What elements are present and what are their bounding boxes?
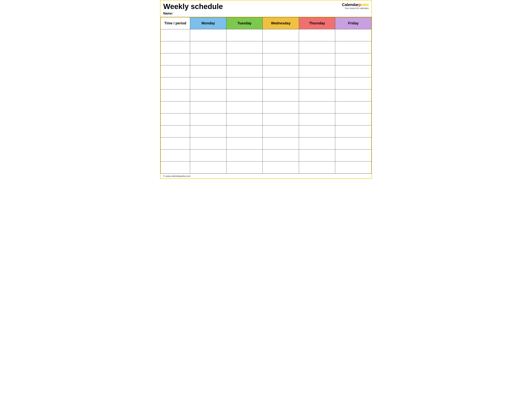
schedule-cell[interactable]: [335, 149, 372, 162]
schedule-cell[interactable]: [299, 162, 335, 174]
schedule-table: Time / period Monday Tuesday Wednesday T…: [160, 17, 372, 174]
table-wrapper: Time / period Monday Tuesday Wednesday T…: [160, 17, 372, 174]
schedule-cell[interactable]: [299, 137, 335, 149]
name-label: Name:: [163, 12, 369, 15]
schedule-cell[interactable]: [226, 78, 263, 89]
schedule-cell[interactable]: [226, 137, 263, 149]
schedule-cell[interactable]: [263, 41, 299, 53]
table-row: [161, 65, 372, 78]
time-cell[interactable]: [161, 53, 190, 65]
schedule-cell[interactable]: [263, 65, 299, 78]
schedule-cell[interactable]: [335, 53, 372, 65]
schedule-cell[interactable]: [335, 125, 372, 137]
schedule-cell[interactable]: [190, 65, 227, 78]
header-row: Time / period Monday Tuesday Wednesday T…: [161, 17, 372, 29]
table-row: [161, 41, 372, 53]
table-row: [161, 53, 372, 65]
time-cell[interactable]: [161, 78, 190, 89]
table-row: [161, 78, 372, 89]
schedule-cell[interactable]: [299, 41, 335, 53]
table-row: [161, 162, 372, 174]
schedule-cell[interactable]: [263, 149, 299, 162]
table-row: [161, 89, 372, 101]
schedule-cell[interactable]: [335, 162, 372, 174]
header-friday: Friday: [335, 17, 372, 29]
logo-p: p: [359, 2, 361, 7]
schedule-cell[interactable]: [263, 89, 299, 101]
schedule-cell[interactable]: [263, 78, 299, 89]
time-cell[interactable]: [161, 162, 190, 174]
schedule-cell[interactable]: [190, 137, 227, 149]
schedule-cell[interactable]: [335, 101, 372, 113]
schedule-cell[interactable]: [299, 149, 335, 162]
schedule-cell[interactable]: [226, 125, 263, 137]
schedule-cell[interactable]: [226, 41, 263, 53]
schedule-cell[interactable]: [299, 65, 335, 78]
schedule-cell[interactable]: [263, 53, 299, 65]
schedule-cell[interactable]: [226, 29, 263, 41]
logo-edia: edia: [361, 2, 369, 7]
header-tuesday: Tuesday: [226, 17, 263, 29]
time-cell[interactable]: [161, 29, 190, 41]
schedule-cell[interactable]: [299, 78, 335, 89]
time-cell[interactable]: [161, 41, 190, 53]
footer: © www.calendarpedia.com: [160, 174, 372, 178]
schedule-cell[interactable]: [226, 53, 263, 65]
table-row: [161, 125, 372, 137]
schedule-cell[interactable]: [190, 101, 227, 113]
time-cell[interactable]: [161, 125, 190, 137]
schedule-cell[interactable]: [226, 101, 263, 113]
schedule-cell[interactable]: [190, 41, 227, 53]
table-row: [161, 137, 372, 149]
logo-subtitle: Your source for calendars: [342, 7, 369, 10]
header-wednesday: Wednesday: [263, 17, 299, 29]
time-cell[interactable]: [161, 137, 190, 149]
table-row: [161, 29, 372, 41]
schedule-cell[interactable]: [335, 65, 372, 78]
schedule-cell[interactable]: [299, 53, 335, 65]
schedule-cell[interactable]: [263, 113, 299, 125]
schedule-cell[interactable]: [226, 149, 263, 162]
time-cell[interactable]: [161, 65, 190, 78]
schedule-cell[interactable]: [335, 137, 372, 149]
schedule-cell[interactable]: [263, 137, 299, 149]
time-cell[interactable]: [161, 89, 190, 101]
schedule-cell[interactable]: [263, 125, 299, 137]
time-cell[interactable]: [161, 113, 190, 125]
schedule-cell[interactable]: [263, 29, 299, 41]
schedule-cell[interactable]: [190, 113, 227, 125]
schedule-cell[interactable]: [190, 125, 227, 137]
schedule-cell[interactable]: [299, 101, 335, 113]
time-cell[interactable]: [161, 149, 190, 162]
header-monday: Monday: [190, 17, 227, 29]
schedule-cell[interactable]: [190, 149, 227, 162]
page-title: Weekly schedule: [163, 2, 369, 11]
schedule-cell[interactable]: [299, 29, 335, 41]
schedule-cell[interactable]: [190, 53, 227, 65]
table-row: [161, 101, 372, 113]
schedule-cell[interactable]: [335, 78, 372, 89]
logo-calendar: Calendar: [342, 2, 359, 7]
schedule-cell[interactable]: [299, 125, 335, 137]
schedule-cell[interactable]: [190, 162, 227, 174]
page-header: Weekly schedule Name: Calendarpedia Your…: [160, 0, 372, 17]
schedule-cell[interactable]: [190, 29, 227, 41]
table-row: [161, 113, 372, 125]
page-container: Weekly schedule Name: Calendarpedia Your…: [160, 0, 372, 179]
schedule-cell[interactable]: [335, 113, 372, 125]
logo-area: Calendarpedia Your source for calendars: [342, 2, 369, 10]
schedule-cell[interactable]: [226, 89, 263, 101]
schedule-cell[interactable]: [226, 162, 263, 174]
schedule-cell[interactable]: [190, 89, 227, 101]
schedule-cell[interactable]: [335, 29, 372, 41]
schedule-cell[interactable]: [263, 162, 299, 174]
time-cell[interactable]: [161, 101, 190, 113]
schedule-cell[interactable]: [299, 89, 335, 101]
schedule-cell[interactable]: [226, 113, 263, 125]
schedule-cell[interactable]: [335, 89, 372, 101]
schedule-cell[interactable]: [299, 113, 335, 125]
schedule-cell[interactable]: [263, 101, 299, 113]
schedule-cell[interactable]: [335, 41, 372, 53]
schedule-cell[interactable]: [190, 78, 227, 89]
schedule-cell[interactable]: [226, 65, 263, 78]
